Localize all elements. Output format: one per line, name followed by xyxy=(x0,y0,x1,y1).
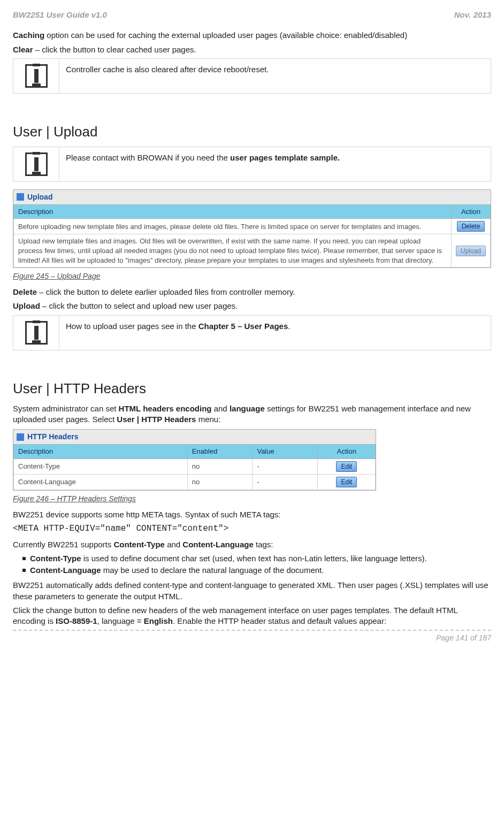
meta-intro: BW2251 device supports some http META ta… xyxy=(13,509,491,520)
doc-date: Nov. 2013 xyxy=(454,10,491,20)
clear-label: Clear xyxy=(13,45,33,54)
tag-list: Content-Type is used to define document … xyxy=(13,553,491,576)
table-row: Upload new template files and images. Ol… xyxy=(14,234,491,268)
info-box-upload-contact: Please contact with BROWAN if you need t… xyxy=(13,147,491,182)
col-description: Description xyxy=(14,444,188,459)
delete-button[interactable]: Delete xyxy=(457,221,485,232)
cell-desc: Content-Type xyxy=(14,459,188,474)
http-headers-panel: HTTP Headers Description Enabled Value A… xyxy=(13,429,376,491)
auto-line: BW2251 automatically adds defined conten… xyxy=(13,580,491,602)
row-desc: Before uploading new template files and … xyxy=(14,219,452,234)
info-box-cache: Controller cache is also cleared after d… xyxy=(13,58,491,94)
page-header: BW2251 User Guide v1.0 Nov. 2013 xyxy=(13,10,491,20)
info-icon-cell xyxy=(13,58,59,93)
col-value: Value xyxy=(253,444,318,459)
figure-caption-245: Figure 245 – Upload Page xyxy=(13,271,491,281)
caching-paragraph: Caching option can be used for caching t… xyxy=(13,30,491,41)
info-icon xyxy=(25,152,48,176)
doc-title: BW2251 User Guide v1.0 xyxy=(13,10,107,20)
list-item: Content-Language may be used to declare … xyxy=(22,565,491,576)
col-enabled: Enabled xyxy=(187,444,253,459)
edit-button[interactable]: Edit xyxy=(336,477,357,487)
upload-button[interactable]: Upload xyxy=(456,246,486,256)
panel-titlebar: Upload xyxy=(13,190,491,204)
http-intro: System administrator can set HTML header… xyxy=(13,403,491,425)
info-text: Please contact with BROWAN if you need t… xyxy=(59,147,491,181)
delete-paragraph: Delete – click the button to delete earl… xyxy=(13,287,491,297)
row-desc: Upload new template files and images. Ol… xyxy=(14,234,452,268)
upload-table: Description Action Before uploading new … xyxy=(13,204,491,268)
table-row: Before uploading new template files and … xyxy=(14,219,491,234)
info-text: How to upload user pages see in the Chap… xyxy=(59,315,491,350)
info-icon xyxy=(25,321,48,345)
edit-button[interactable]: Edit xyxy=(336,461,357,472)
figure-caption-246: Figure 246 – HTTP Headers Settings xyxy=(13,494,491,504)
cell-desc: Content-Language xyxy=(14,474,188,490)
meta-code: <META HTTP-EQUIV="name" CONTENT="content… xyxy=(13,523,491,535)
upload-paragraph: Upload – click the button to select and … xyxy=(13,301,491,311)
table-row: Content-Language no - Edit xyxy=(14,474,376,490)
cell-enabled: no xyxy=(187,459,253,474)
clear-paragraph: Clear – click the button to clear cached… xyxy=(13,44,491,55)
info-text: Controller cache is also cleared after d… xyxy=(59,58,491,93)
panel-title-text: Upload xyxy=(27,192,52,202)
panel-icon xyxy=(17,433,24,441)
panel-icon xyxy=(17,193,24,201)
http-headers-table: Description Enabled Value Action Content… xyxy=(13,444,376,490)
col-action: Action xyxy=(451,204,490,219)
page-footer: Page 141 of 187 xyxy=(13,630,491,643)
caching-label: Caching xyxy=(13,30,44,40)
page-number: Page 141 of 187 xyxy=(436,633,491,642)
info-icon xyxy=(25,64,48,88)
cell-enabled: no xyxy=(187,474,253,490)
panel-title-text: HTTP Headers xyxy=(27,432,78,442)
cell-value: - xyxy=(253,459,318,474)
table-row: Content-Type no - Edit xyxy=(14,459,376,474)
list-item: Content-Type is used to define document … xyxy=(22,553,491,564)
col-description: Description xyxy=(14,204,452,219)
closing-line: Click the change button to define new he… xyxy=(13,605,491,627)
panel-titlebar: HTTP Headers xyxy=(13,430,376,444)
heading-http-headers: User | HTTP Headers xyxy=(13,379,491,398)
col-action: Action xyxy=(318,444,376,459)
supports-line: Currently BW2251 supports Content-Type a… xyxy=(13,539,491,550)
upload-panel: Upload Description Action Before uploadi… xyxy=(13,189,491,268)
heading-upload: User | Upload xyxy=(13,123,491,141)
cell-value: - xyxy=(253,474,318,490)
info-box-chapter5: How to upload user pages see in the Chap… xyxy=(13,315,491,350)
